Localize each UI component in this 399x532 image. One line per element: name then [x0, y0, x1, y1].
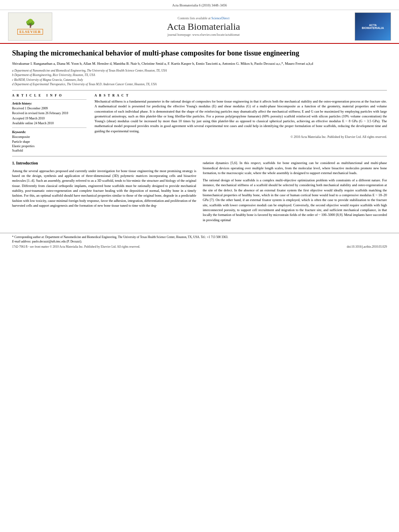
affiliation-d: d Department of Experimental Therapeutic…	[12, 82, 387, 87]
abstract-text: Mechanical stiffness is a fundamental pa…	[95, 99, 387, 134]
tree-icon: 🌳	[25, 18, 35, 28]
email-footnote: E-mail address: paolo.decuzzi@uth.tmc.ed…	[12, 240, 387, 243]
header-banner: 🌳 ELSEVIER Contents lists available at S…	[0, 10, 399, 44]
body-para-2: radation dynamics [5,6]. In this respect…	[203, 160, 387, 175]
body-col-right: radation dynamics [5,6]. In this respect…	[203, 160, 387, 225]
page: Acta Biomaterialia 6 (2010) 3448–3456 🌳 …	[0, 0, 399, 532]
keywords-label: Keywords:	[12, 130, 86, 134]
email-address: paolo.decuzzi@uth.tmc.edu (P. Decuzzi).	[32, 240, 82, 243]
footnote-star: * Corresponding author at: Department of…	[12, 235, 387, 239]
email-label: E-mail address:	[12, 240, 31, 243]
info-sep-1	[12, 99, 86, 100]
keyword-4: Scaffold	[12, 148, 86, 153]
separator-2	[12, 156, 387, 156]
footnote-text: * Corresponding author at: Department of…	[12, 235, 228, 239]
issn-line: 1742-7061/$ - see front matter © 2010 Ac…	[12, 245, 140, 249]
abstract-label: A B S T R A C T	[95, 94, 387, 97]
article-title: Shaping the micromechanical behavior of …	[12, 49, 387, 58]
separator-1	[12, 90, 387, 90]
article-content: Shaping the micromechanical behavior of …	[0, 44, 399, 229]
body-para-2-text: radation dynamics [5,6]. In this respect…	[203, 161, 387, 175]
received-2: Received in revised form 26 February 201…	[12, 111, 86, 115]
body-col-left: 1. Introduction Among the several approa…	[12, 160, 196, 225]
accepted: Accepted 19 March 2010	[12, 117, 86, 121]
page-footer: * Corresponding author at: Department of…	[0, 233, 399, 251]
journal-info-center: Contents lists available at ScienceDirec…	[52, 16, 355, 37]
elsevier-label: ELSEVIER	[17, 29, 43, 35]
affiliation-a: a Department of Nanomedicine and Biomedi…	[12, 69, 387, 73]
article-info-column: A R T I C L E I N F O Article history: R…	[12, 94, 86, 153]
homepage-text: journal homepage: www.elsevier.com/locat…	[167, 33, 239, 37]
contents-link: Contents lists available at ScienceDirec…	[56, 16, 351, 20]
journal-header: Acta Biomaterialia 6 (2010) 3448–3456	[0, 0, 399, 10]
body-columns: 1. Introduction Among the several approa…	[12, 160, 387, 225]
affiliation-b: b Department of Bioengineering, Rice Uni…	[12, 73, 387, 78]
doi-line: doi:10.1016/j.actbio.2010.03.029	[347, 245, 387, 249]
sciencedirect-link[interactable]: ScienceDirect	[212, 16, 230, 20]
available-online: Available online 24 March 2010	[12, 121, 86, 125]
copyright-line: © 2010 Acta Materialia Inc. Published by…	[95, 135, 387, 139]
keyword-2: Particle shape	[12, 140, 86, 144]
right-logo-text: ACTABIOMATERIALIA	[362, 24, 384, 29]
body-para-3: The rational design of bone scaffolds is…	[203, 178, 387, 222]
authors-line: Shivakumar I. Ranganathan a, Diana M. Yo…	[12, 61, 387, 67]
body-para-3-text: The rational design of bone scaffolds is…	[203, 178, 387, 222]
keyword-3: Elastic properties	[12, 144, 86, 148]
journal-homepage: journal homepage: www.elsevier.com/locat…	[56, 33, 351, 37]
article-info-label: A R T I C L E I N F O	[12, 94, 86, 97]
affiliations: a Department of Nanomedicine and Biomedi…	[12, 69, 387, 87]
intro-title: 1. Introduction	[12, 160, 196, 166]
intro-para-1-text: Among the several approaches proposed an…	[12, 169, 196, 207]
contents-text: Contents lists available at	[178, 16, 211, 20]
keyword-1: Biocomposite	[12, 135, 86, 139]
info-sep-2	[12, 127, 86, 128]
abstract-column: A B S T R A C T Mechanical stiffness is …	[95, 94, 387, 153]
footer-bottom: 1742-7061/$ - see front matter © 2010 Ac…	[12, 245, 387, 249]
received-1: Received 1 December 2009	[12, 107, 86, 111]
intro-para-1: Among the several approaches proposed an…	[12, 168, 196, 208]
journal-title: Acta Biomaterialia	[56, 21, 351, 32]
article-meta-row: A R T I C L E I N F O Article history: R…	[12, 94, 387, 153]
elsevier-logo-block: 🌳 ELSEVIER	[8, 12, 52, 41]
journal-ref: Acta Biomaterialia 6 (2010) 3448–3456	[8, 3, 391, 7]
history-label: Article history:	[12, 102, 86, 105]
affiliation-c: c BioNEM, University of Magna Graecia, C…	[12, 78, 387, 82]
acta-biomaterialia-logo: ACTABIOMATERIALIA	[355, 12, 391, 41]
